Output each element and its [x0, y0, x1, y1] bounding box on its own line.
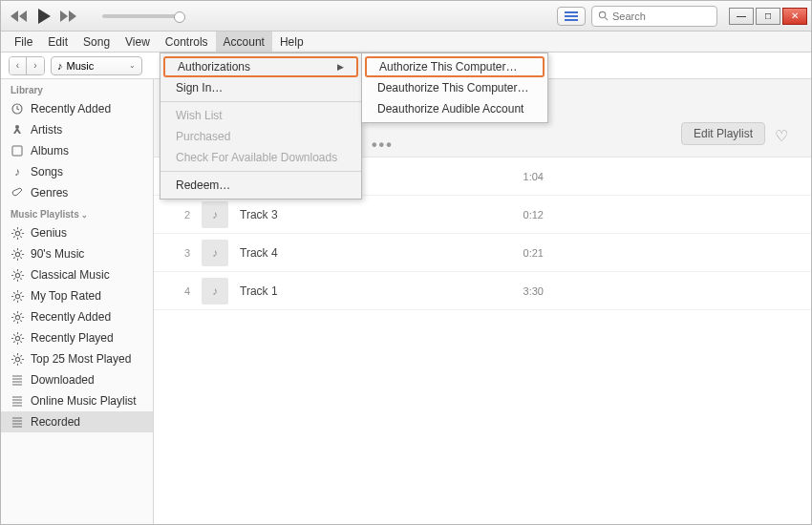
gear-icon	[11, 269, 24, 282]
menu-help[interactable]: Help	[272, 32, 311, 52]
main-body: Library Recently Added Artists Albums ♪ …	[1, 79, 811, 524]
edit-playlist-button[interactable]: Edit Playlist	[681, 122, 765, 145]
previous-button[interactable]	[11, 10, 28, 22]
sidebar-item-label: My Top Rated	[31, 289, 101, 303]
guitar-icon	[11, 187, 24, 199]
svg-point-0	[599, 11, 605, 17]
search-input[interactable]	[612, 10, 711, 22]
svg-point-5	[15, 231, 19, 235]
play-button[interactable]	[35, 8, 53, 25]
gear-icon	[11, 311, 24, 324]
menu-authorizations-label: Authorizations	[178, 60, 250, 74]
music-note-icon: ♪	[57, 60, 63, 72]
sidebar-playlist-online[interactable]: Online Music Playlist	[1, 390, 153, 411]
sidebar-playlist-recorded[interactable]: Recorded	[1, 411, 153, 432]
sidebar-songs[interactable]: ♪ Songs	[1, 161, 153, 182]
nav-buttons: ‹ ›	[9, 56, 45, 75]
sidebar-playlists-header[interactable]: Music Playlists⌄	[1, 203, 153, 222]
list-view-button[interactable]	[557, 7, 586, 26]
track-time: 1:04	[498, 171, 544, 182]
track-number: 4	[173, 285, 190, 297]
track-row[interactable]: 2 ♪ Track 3 0:12	[154, 196, 811, 234]
gear-icon	[11, 353, 24, 366]
window-controls: — □ ✕	[729, 8, 807, 25]
sidebar-item-label: Genres	[31, 186, 68, 200]
submenu-arrow-icon: ▶	[337, 62, 344, 72]
sidebar-item-label: Artists	[31, 123, 62, 136]
forward-button[interactable]: ›	[27, 57, 44, 74]
search-field[interactable]	[591, 6, 717, 27]
favorite-icon[interactable]: ♡	[775, 127, 788, 145]
sidebar-playlist-toprated[interactable]: My Top Rated	[1, 285, 153, 306]
album-icon	[11, 145, 24, 157]
mic-icon	[11, 124, 24, 136]
menu-wish-list: Wish List	[160, 105, 361, 126]
chevron-down-icon: ⌄	[129, 61, 136, 70]
menu-separator	[160, 101, 361, 102]
sidebar-item-label: Genius	[31, 226, 67, 240]
menu-account[interactable]: Account	[216, 32, 272, 52]
search-icon	[598, 8, 609, 25]
menu-view[interactable]: View	[118, 32, 158, 52]
gear-icon	[11, 290, 24, 303]
submenu-deauthorize[interactable]: Deauthorize This Computer…	[362, 77, 547, 98]
more-options-icon[interactable]: •••	[372, 136, 394, 154]
svg-rect-4	[12, 146, 22, 156]
authorizations-submenu: Authorize This Computer… Deauthorize Thi…	[361, 52, 548, 123]
sidebar-item-label: Recorded	[31, 415, 80, 429]
sidebar-albums[interactable]: Albums	[1, 140, 153, 161]
svg-point-10	[15, 336, 19, 340]
close-button[interactable]: ✕	[782, 8, 807, 25]
sidebar-playlist-genius[interactable]: Genius	[1, 222, 153, 243]
minimize-button[interactable]: —	[729, 8, 754, 25]
sidebar-item-label: Recently Added	[31, 102, 111, 116]
sidebar-item-label: Songs	[31, 165, 63, 178]
sidebar-recently-added[interactable]: Recently Added	[1, 98, 153, 119]
sidebar-item-label: Recently Added	[31, 310, 111, 324]
menu-edit[interactable]: Edit	[40, 32, 75, 52]
track-list: 1 ♪ Track 2 1:04 2 ♪ Track 3 0:12 3 ♪ Tr…	[154, 158, 811, 524]
title-bar: — □ ✕	[1, 1, 811, 32]
svg-point-8	[15, 294, 19, 298]
maximize-button[interactable]: □	[756, 8, 780, 25]
track-row[interactable]: 4 ♪ Track 1 3:30	[154, 272, 811, 310]
track-art-icon: ♪	[202, 201, 228, 228]
next-button[interactable]	[60, 10, 77, 22]
menu-authorizations[interactable]: Authorizations ▶	[163, 56, 358, 77]
note-icon: ♪	[11, 165, 24, 178]
sidebar-playlist-downloaded[interactable]: Downloaded	[1, 369, 153, 390]
sidebar-artists[interactable]: Artists	[1, 119, 153, 140]
list-icon	[11, 374, 24, 386]
sidebar-playlist-recentplay[interactable]: Recently Played	[1, 327, 153, 348]
menu-redeem[interactable]: Redeem…	[160, 175, 361, 196]
menu-sign-in[interactable]: Sign In…	[160, 77, 361, 98]
sidebar-playlist-recentadd[interactable]: Recently Added	[1, 306, 153, 327]
progress-slider[interactable]	[102, 14, 181, 18]
track-art-icon: ♪	[202, 240, 228, 266]
submenu-authorize[interactable]: Authorize This Computer…	[365, 56, 545, 77]
sidebar-genres[interactable]: Genres	[1, 182, 153, 203]
playback-controls	[11, 8, 181, 25]
track-name: Track 1	[240, 284, 498, 298]
menu-song[interactable]: Song	[75, 32, 118, 52]
sidebar-playlist-classical[interactable]: Classical Music	[1, 264, 153, 285]
track-time: 0:12	[498, 209, 544, 220]
svg-point-3	[15, 125, 19, 129]
svg-line-1	[605, 17, 608, 20]
sidebar-playlist-90s[interactable]: 90's Music	[1, 243, 153, 264]
menu-controls[interactable]: Controls	[158, 32, 216, 52]
sidebar: Library Recently Added Artists Albums ♪ …	[1, 79, 154, 524]
menu-file[interactable]: File	[7, 32, 40, 52]
category-selector[interactable]: ♪ Music ⌄	[51, 56, 142, 75]
sidebar-playlist-top25[interactable]: Top 25 Most Played	[1, 348, 153, 369]
sidebar-item-label: Top 25 Most Played	[31, 352, 131, 366]
track-time: 0:21	[498, 247, 544, 259]
list-icon	[11, 416, 24, 428]
account-dropdown: Authorizations ▶ Sign In… Wish List Purc…	[160, 52, 362, 200]
track-number: 2	[173, 209, 190, 220]
submenu-deauth-audible[interactable]: Deauthorize Audible Account	[362, 98, 547, 119]
menu-purchased: Purchased	[160, 126, 361, 147]
back-button[interactable]: ‹	[10, 57, 27, 74]
track-row[interactable]: 3 ♪ Track 4 0:21	[154, 234, 811, 272]
sidebar-item-label: Classical Music	[31, 268, 110, 282]
